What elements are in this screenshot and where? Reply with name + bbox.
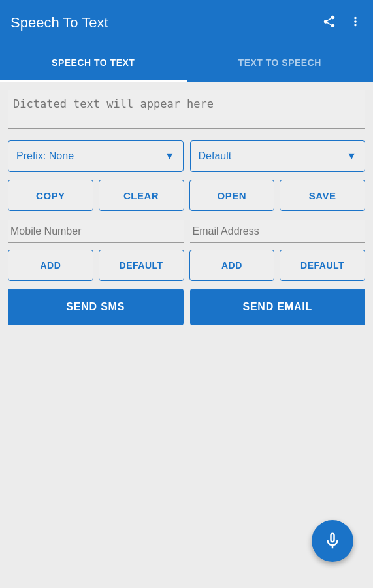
mic-fab-button[interactable] <box>312 520 353 562</box>
open-button[interactable]: OPEN <box>189 180 275 211</box>
tab-bar: SPEECH TO TEXT TEXT TO SPEECH <box>0 46 373 82</box>
main-content: Prefix: None ▼ Default ▼ COPY CLEAR OPEN… <box>0 82 373 588</box>
mobile-default-button[interactable]: DEFAULT <box>99 250 184 281</box>
prefix-dropdown-arrow: ▼ <box>165 150 175 162</box>
dropdowns-row: Prefix: None ▼ Default ▼ <box>8 140 365 172</box>
action-buttons-row: COPY CLEAR OPEN SAVE <box>8 180 365 211</box>
mic-icon <box>323 531 342 551</box>
app-title: Speech To Text <box>10 14 108 31</box>
more-options-icon[interactable] <box>348 14 363 32</box>
clear-button[interactable]: CLEAR <box>99 180 184 211</box>
contact-inputs-row <box>8 220 365 243</box>
language-dropdown-arrow: ▼ <box>346 150 357 162</box>
email-add-button[interactable]: ADD <box>189 250 275 281</box>
send-buttons-row: SEND SMS SEND EMAIL <box>8 289 365 325</box>
email-btn-group: ADD DEFAULT <box>189 250 366 281</box>
email-address-input[interactable] <box>190 220 366 243</box>
email-default-button[interactable]: DEFAULT <box>280 250 365 281</box>
send-email-button[interactable]: SEND EMAIL <box>190 289 366 325</box>
copy-button[interactable]: COPY <box>8 180 93 211</box>
tab-text-to-speech[interactable]: TEXT TO SPEECH <box>187 46 374 80</box>
mobile-add-button[interactable]: ADD <box>8 250 93 281</box>
header-actions <box>322 14 363 32</box>
prefix-dropdown-label: Prefix: None <box>16 150 74 162</box>
mobile-btn-group: ADD DEFAULT <box>8 250 184 281</box>
save-button[interactable]: SAVE <box>280 180 365 211</box>
language-dropdown[interactable]: Default ▼ <box>190 140 366 172</box>
contact-action-buttons-row: ADD DEFAULT ADD DEFAULT <box>8 250 365 281</box>
tab-speech-to-text[interactable]: SPEECH TO TEXT <box>0 46 187 82</box>
prefix-dropdown[interactable]: Prefix: None ▼ <box>8 140 184 172</box>
send-sms-button[interactable]: SEND SMS <box>8 289 184 325</box>
mobile-number-input[interactable] <box>8 220 184 243</box>
dictated-text-area[interactable] <box>8 90 365 129</box>
share-icon[interactable] <box>322 14 336 32</box>
language-dropdown-label: Default <box>199 150 232 162</box>
app-header: Speech To Text <box>0 0 373 46</box>
